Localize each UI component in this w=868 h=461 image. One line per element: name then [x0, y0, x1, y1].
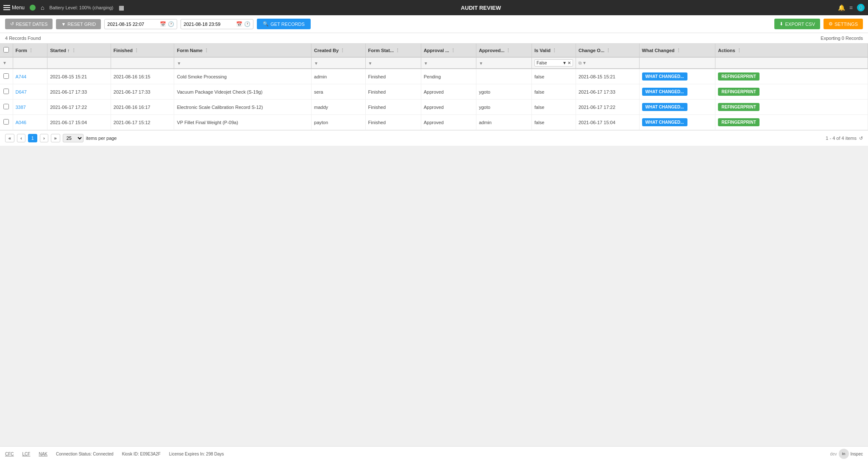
what-changed-button-1[interactable]: WHAT CHANGED...: [642, 88, 687, 96]
filter-is-valid-col[interactable]: False ▼ ✕: [532, 57, 576, 69]
clock-to-icon[interactable]: 🕐: [244, 21, 250, 27]
is-valid-filter-select[interactable]: False ▼ ✕: [534, 59, 573, 67]
refingerprint-button-3[interactable]: REFINGERPRINT: [718, 118, 760, 126]
copy-icon[interactable]: ⧉: [579, 61, 581, 66]
get-records-button[interactable]: 🔍 GET RECORDS: [257, 19, 310, 29]
next-page-button[interactable]: ›: [40, 134, 48, 142]
audit-table: Form ⋮ Started ↑ ⋮ Finished ⋮: [0, 44, 868, 130]
pagination-bar: « ‹ 1 › » 25 50 100 items per page 1 - 4…: [0, 130, 868, 146]
row-form-1[interactable]: D647: [13, 84, 47, 100]
first-page-button[interactable]: «: [5, 134, 14, 142]
col-header-form: Form ⋮: [13, 44, 47, 57]
refingerprint-button-2[interactable]: REFINGERPRINT: [718, 103, 760, 111]
per-page-select[interactable]: 25 50 100: [63, 134, 83, 142]
reset-icon: ↺: [10, 21, 14, 27]
is-valid-dropdown-arrow[interactable]: ▼: [562, 61, 567, 65]
last-page-button[interactable]: »: [51, 134, 60, 142]
col-menu-actions[interactable]: ⋮: [737, 48, 741, 53]
clock-from-icon[interactable]: 🕐: [168, 21, 174, 27]
row-change-o-3: 2021-06-17 15:04: [576, 115, 639, 130]
prev-page-button[interactable]: ‹: [17, 134, 25, 142]
exporting-label: Exporting 0 Records: [821, 36, 863, 41]
actions-cell-0: REFINGERPRINT: [718, 72, 865, 81]
settings-button[interactable]: ⚙ SETTINGS: [823, 19, 863, 29]
menu-button[interactable]: Menu: [3, 5, 25, 11]
home-icon[interactable]: ⌂: [41, 4, 44, 11]
refingerprint-button-0[interactable]: REFINGERPRINT: [718, 72, 760, 81]
refresh-icon[interactable]: ↺: [859, 136, 863, 141]
page-1-button[interactable]: 1: [28, 134, 37, 142]
filter-checkbox-icon[interactable]: ▼: [3, 61, 7, 65]
row-actions-3: REFINGERPRINT: [715, 115, 868, 130]
top-navigation-bar: Menu ⌂ Battery Level: 100% (charging) ▦ …: [0, 0, 868, 15]
form-link-2[interactable]: 3387: [16, 105, 26, 110]
calendar-to-icon[interactable]: 📅: [236, 21, 242, 27]
reset-dates-button[interactable]: ↺ RESET DATES: [5, 19, 53, 29]
actions-cell-2: REFINGERPRINT: [718, 103, 865, 111]
date-to-field[interactable]: [184, 22, 234, 27]
row-checkbox-3[interactable]: [0, 115, 13, 130]
filter-status-icon[interactable]: ▼: [368, 61, 373, 66]
row-form-3[interactable]: A046: [13, 115, 47, 130]
select-all-header[interactable]: [0, 44, 13, 57]
row-select-checkbox-3[interactable]: [3, 119, 9, 125]
filter-approved-icon[interactable]: ▼: [479, 61, 483, 66]
download-icon: ⬇: [779, 21, 783, 27]
date-from-field[interactable]: [107, 22, 158, 27]
row-checkbox-1[interactable]: [0, 84, 13, 100]
what-changed-button-2[interactable]: WHAT CHANGED...: [642, 103, 687, 111]
calendar-from-icon[interactable]: 📅: [160, 21, 166, 27]
col-menu-form-status[interactable]: ⋮: [395, 48, 400, 53]
row-checkbox-0[interactable]: [0, 69, 13, 84]
filter-form-name-icon[interactable]: ▼: [177, 61, 181, 66]
col-menu-started[interactable]: ⋮: [72, 48, 76, 53]
filter-is-valid-clear-icon[interactable]: ✕: [568, 61, 571, 65]
filter-icon: ▼: [61, 22, 66, 27]
col-menu-change-o[interactable]: ⋮: [606, 48, 610, 53]
status-dot-icon: [30, 5, 36, 11]
filter-change-o-col: ⧉ ▼: [576, 57, 639, 69]
what-changed-button-0[interactable]: WHAT CHANGED...: [642, 72, 687, 81]
row-actions-2: REFINGERPRINT: [715, 100, 868, 115]
bell-icon[interactable]: 🔔: [838, 4, 845, 11]
select-all-checkbox[interactable]: [3, 47, 9, 53]
row-finished-3: 2021-06-17 15:12: [111, 115, 174, 130]
form-link-1[interactable]: D647: [16, 89, 27, 94]
form-link-0[interactable]: A744: [16, 74, 27, 79]
col-menu-approved[interactable]: ⋮: [506, 48, 510, 53]
filter-row: ▼ ▼ ▼ ▼ ▼ ▼: [0, 57, 868, 69]
filter-created-by-icon[interactable]: ▼: [314, 61, 318, 66]
col-menu-form[interactable]: ⋮: [29, 48, 33, 53]
col-menu-form-name[interactable]: ⋮: [204, 48, 209, 53]
form-link-3[interactable]: A046: [16, 120, 27, 125]
date-from-input[interactable]: 📅 🕐: [104, 19, 177, 29]
row-checkbox-2[interactable]: [0, 100, 13, 115]
col-menu-created-by[interactable]: ⋮: [340, 48, 345, 53]
filter-status-col: ▼: [365, 57, 421, 69]
row-approval-3: Approved: [421, 115, 476, 130]
filter-finished-col: [111, 57, 174, 69]
row-form-name-2: Electronic Scale Calibration Record S-12…: [174, 100, 312, 115]
col-menu-finished[interactable]: ⋮: [134, 48, 139, 53]
filter-form-col: [13, 57, 47, 69]
user-icon[interactable]: ≡: [849, 4, 853, 11]
qr-icon[interactable]: ▦: [119, 4, 124, 11]
col-menu-what-changed[interactable]: ⋮: [676, 48, 681, 53]
row-form-0[interactable]: A744: [13, 69, 47, 84]
row-created-by-1: sera: [312, 84, 365, 100]
row-select-checkbox-1[interactable]: [3, 89, 9, 94]
filter-approval-icon[interactable]: ▼: [424, 61, 428, 66]
filter-form-name-col[interactable]: ▼: [174, 57, 312, 69]
refingerprint-button-1[interactable]: REFINGERPRINT: [718, 88, 760, 96]
what-changed-button-3[interactable]: WHAT CHANGED...: [642, 118, 687, 126]
date-to-input[interactable]: 📅 🕐: [181, 19, 253, 29]
row-select-checkbox-0[interactable]: [3, 73, 9, 79]
notification-badge[interactable]: 0: [857, 4, 865, 11]
col-menu-approval[interactable]: ⋮: [451, 48, 455, 53]
reset-grid-button[interactable]: ▼ RESET GRID: [56, 19, 101, 29]
col-menu-is-valid[interactable]: ⋮: [552, 48, 556, 53]
row-form-2[interactable]: 3387: [13, 100, 47, 115]
export-csv-button[interactable]: ⬇ EXPORT CSV: [774, 19, 820, 29]
row-select-checkbox-2[interactable]: [3, 104, 9, 109]
filter-change-o-icon[interactable]: ▼: [582, 61, 587, 66]
